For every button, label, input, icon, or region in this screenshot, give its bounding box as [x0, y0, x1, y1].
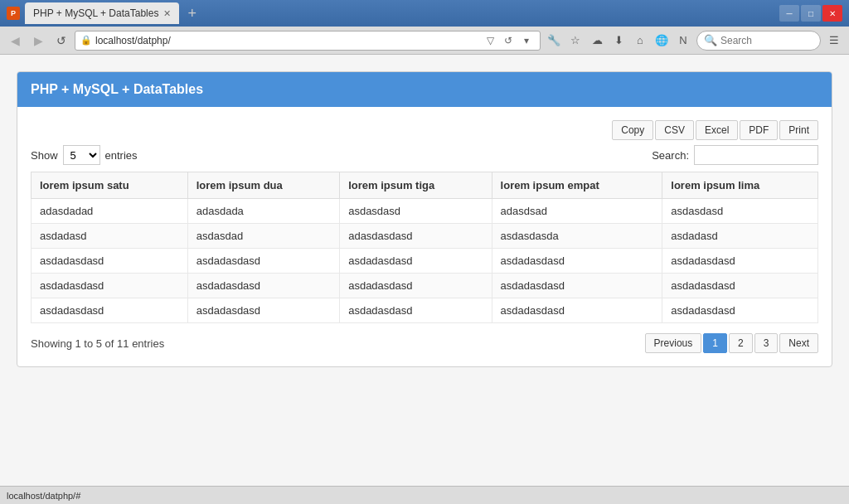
cell-0-2: asdasdasd — [340, 199, 492, 224]
dropdown-icon[interactable]: ▾ — [518, 32, 535, 49]
cell-3-2: asdadasdasd — [340, 274, 492, 298]
card-title: PHP + MySQL + DataTables — [31, 82, 203, 96]
page-2-button[interactable]: 2 — [729, 333, 753, 353]
show-label: Show — [31, 149, 58, 162]
cell-4-3: asdadasdasd — [492, 298, 662, 323]
title-bar: P PHP + MySQL + DataTables ✕ + ─ □ ✕ — [0, 0, 849, 27]
cell-1-0: asdadasd — [32, 224, 188, 249]
print-button[interactable]: Print — [779, 120, 818, 140]
entries-label: entries — [105, 149, 138, 162]
new-tab-button[interactable]: + — [187, 5, 196, 22]
maximize-button[interactable]: □ — [801, 5, 821, 22]
cell-2-3: asdadasdasd — [492, 249, 662, 274]
dt-search-input[interactable] — [694, 145, 818, 165]
reload-icon[interactable]: ↺ — [500, 32, 517, 49]
search-input[interactable] — [720, 35, 812, 46]
dt-top-controls: Show 5 10 25 50 entries Search: — [31, 145, 818, 165]
export-buttons: Copy CSV Excel PDF Print — [31, 120, 818, 140]
col-header-1: lorem ipsum satu — [32, 172, 188, 199]
cell-0-4: asdasdasd — [662, 199, 818, 224]
status-url: localhost/datphp/# — [7, 491, 80, 501]
page-content: PHP + MySQL + DataTables Copy CSV Excel … — [0, 55, 849, 486]
table-row: asdadasdasdasdadasdasdasdadasdasdasdadas… — [32, 298, 818, 323]
pdf-button[interactable]: PDF — [740, 120, 778, 140]
table-body: adasdadadadasdadaasdasdasdadasdsadasdasd… — [32, 199, 818, 323]
cell-1-2: adasdasdasd — [340, 224, 492, 249]
tab-close-button[interactable]: ✕ — [163, 8, 171, 19]
cell-1-1: asdasdad — [187, 224, 339, 249]
cell-4-0: asdadasdasd — [32, 298, 188, 323]
card-header: PHP + MySQL + DataTables — [17, 72, 832, 107]
col-header-5: lorem ipsum lima — [662, 172, 818, 199]
col-header-4: lorem ipsum empat — [492, 172, 662, 199]
cell-4-1: asdadasdasd — [187, 298, 339, 323]
home-icon[interactable]: ⌂ — [630, 31, 650, 51]
cell-4-2: asdadasdasd — [340, 298, 492, 323]
table-row: asdadasdasdasdadasdasdasdadasdasdasdadas… — [32, 249, 818, 274]
page-3-button[interactable]: 3 — [754, 333, 779, 353]
col-header-2: lorem ipsum dua — [187, 172, 339, 199]
refresh-button[interactable]: ↺ — [51, 31, 71, 51]
tools-icon[interactable]: 🔧 — [544, 31, 564, 51]
tab-label: PHP + MySQL + DataTables — [33, 7, 158, 19]
cell-4-4: asdadasdasd — [662, 298, 818, 323]
next-button[interactable]: Next — [779, 333, 818, 353]
show-entries: Show 5 10 25 50 entries — [31, 145, 138, 165]
globe-icon[interactable]: 🌐 — [652, 31, 672, 51]
table-head: lorem ipsum satu lorem ipsum dua lorem i… — [32, 172, 818, 199]
cell-3-3: asdadasdasd — [492, 274, 662, 298]
browser-tab[interactable]: PHP + MySQL + DataTables ✕ — [25, 2, 179, 24]
download-icon[interactable]: ⬇ — [609, 31, 628, 51]
cell-0-3: adasdsad — [492, 199, 662, 224]
cell-3-4: asdadasdasd — [662, 274, 818, 298]
col-header-3: lorem ipsum tiga — [340, 172, 492, 199]
lock-icon: 🔒 — [80, 35, 92, 46]
cell-2-1: asdadasdasd — [187, 249, 339, 274]
url-bar[interactable]: 🔒 localhost/datphp/ ▽ ↺ ▾ — [75, 31, 541, 51]
page-1-button[interactable]: 1 — [703, 333, 727, 353]
csv-button[interactable]: CSV — [655, 120, 694, 140]
previous-button[interactable]: Previous — [645, 333, 702, 353]
back-button[interactable]: ◀ — [5, 31, 25, 51]
cell-2-2: asdadasdasd — [340, 249, 492, 274]
table-row: asdadasdasdasdadadasdasdasdasdasdasdaasd… — [32, 224, 818, 249]
url-actions: ▽ ↺ ▾ — [482, 32, 535, 49]
close-button[interactable]: ✕ — [822, 5, 842, 22]
cell-1-3: asdasdasda — [492, 224, 662, 249]
toolbar-icons: 🔧 ☆ ☁ ⬇ ⌂ 🌐 N — [544, 31, 693, 51]
window-controls: ─ □ ✕ — [779, 5, 842, 22]
browser-icon: P — [7, 7, 20, 20]
excel-button[interactable]: Excel — [696, 120, 738, 140]
cell-2-4: asdadasdasd — [662, 249, 818, 274]
pagination-info: Showing 1 to 5 of 11 entries — [31, 337, 164, 350]
search-bar[interactable]: 🔍 — [696, 31, 821, 51]
table-row: asdadasdasdasdadasdasdasdadasdasdasdadas… — [32, 274, 818, 298]
table-header-row: lorem ipsum satu lorem ipsum dua lorem i… — [32, 172, 818, 199]
cell-0-1: adasdada — [187, 199, 339, 224]
table-row: adasdadadadasdadaasdasdasdadasdsadasdasd… — [32, 199, 818, 224]
datatable-card: PHP + MySQL + DataTables Copy CSV Excel … — [17, 71, 832, 367]
nav-bar: ◀ ▶ ↺ 🔒 localhost/datphp/ ▽ ↺ ▾ 🔧 ☆ ☁ ⬇ … — [0, 27, 849, 55]
star-icon[interactable]: ☆ — [565, 31, 585, 51]
cell-1-4: asdadasd — [662, 224, 818, 249]
forward-button[interactable]: ▶ — [28, 31, 48, 51]
entries-select[interactable]: 5 10 25 50 — [63, 145, 100, 165]
bookmark-filter-icon[interactable]: ▽ — [482, 32, 498, 49]
copy-button[interactable]: Copy — [612, 120, 653, 140]
pagination-controls: Previous 1 2 3 Next — [645, 333, 818, 353]
dt-bottom-controls: Showing 1 to 5 of 11 entries Previous 1 … — [31, 333, 818, 353]
url-text: localhost/datphp/ — [95, 35, 478, 46]
cell-3-1: asdadasdasd — [187, 274, 339, 298]
minimize-button[interactable]: ─ — [779, 5, 799, 22]
status-bar: localhost/datphp/# — [0, 486, 849, 504]
card-body: Copy CSV Excel PDF Print Show 5 10 25 50 — [17, 107, 832, 366]
search-icon: 🔍 — [704, 34, 717, 46]
cell-0-0: adasdadad — [32, 199, 188, 224]
cloud-icon[interactable]: ☁ — [587, 31, 607, 51]
noscript-icon[interactable]: N — [673, 31, 693, 51]
menu-icon[interactable]: ☰ — [824, 31, 844, 51]
search-label: Search: — [652, 149, 689, 162]
dt-search: Search: — [652, 145, 818, 165]
data-table: lorem ipsum satu lorem ipsum dua lorem i… — [31, 172, 818, 323]
cell-3-0: asdadasdasd — [32, 274, 188, 298]
